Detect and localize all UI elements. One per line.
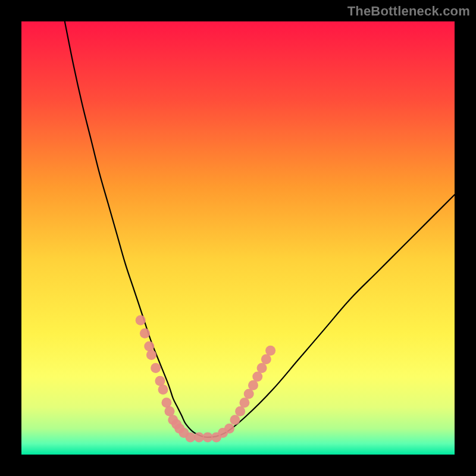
data-marker [164,406,174,416]
data-marker [161,397,171,408]
watermark-text: TheBottleneck.com [347,4,470,19]
chart-frame: TheBottleneck.com [0,0,476,476]
data-marker [155,376,165,386]
data-marker [185,432,195,442]
data-marker [136,315,146,325]
data-marker [140,328,150,339]
data-marker [244,389,254,399]
data-marker [224,424,234,434]
data-marker [261,354,271,364]
plot-area [21,21,455,455]
data-marker [146,350,156,360]
data-marker [265,346,275,356]
data-marker [252,371,262,381]
data-marker [194,432,204,442]
data-marker [235,406,245,416]
data-marker [257,363,267,373]
data-marker [158,384,168,394]
data-marker [144,342,154,352]
curve-layer [21,21,455,455]
data-marker [151,363,161,373]
data-marker [203,432,213,442]
data-marker [239,397,249,408]
data-marker [248,380,258,390]
marker-group [136,315,275,443]
data-marker [230,415,240,425]
